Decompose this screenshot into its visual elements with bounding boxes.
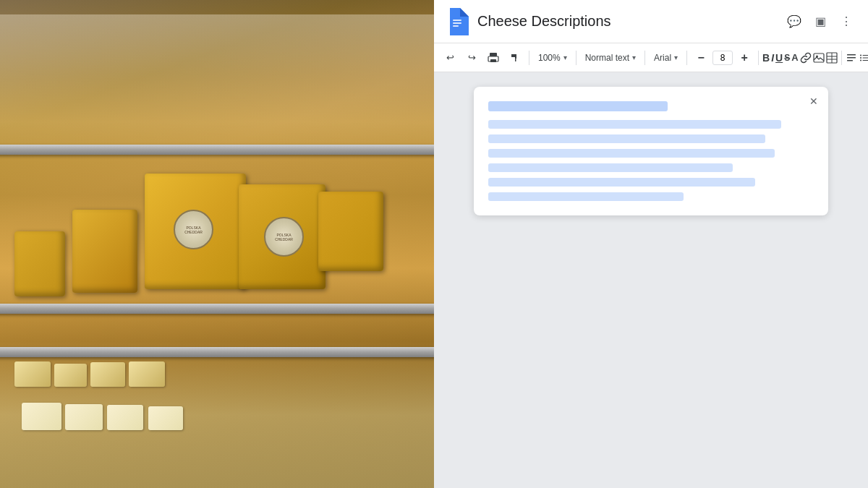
shelf-rail-middle bbox=[0, 304, 434, 314]
document-area: ✕ bbox=[434, 72, 868, 488]
text-color-button[interactable]: A bbox=[791, 48, 798, 67]
svg-rect-21 bbox=[862, 60, 868, 61]
toolbar-divider-3 bbox=[644, 51, 645, 65]
cheese-label-2: POLSKACHEDDAR bbox=[264, 217, 304, 257]
suggestion-popup: ✕ bbox=[474, 87, 828, 215]
title-bar: Cheese Descriptions 💬 ▣ ⋮ bbox=[434, 0, 868, 43]
text-line-title bbox=[488, 101, 668, 111]
font-size-value[interactable]: 8 bbox=[712, 51, 733, 65]
svg-rect-1 bbox=[453, 22, 461, 24]
text-line-5 bbox=[488, 178, 755, 187]
font-size-increase[interactable]: + bbox=[734, 48, 754, 68]
text-line-4 bbox=[488, 163, 733, 172]
font-size-decrease[interactable]: − bbox=[691, 48, 711, 68]
svg-rect-6 bbox=[515, 59, 516, 61]
cheese-block-medium bbox=[72, 210, 137, 293]
popup-close-button[interactable]: ✕ bbox=[807, 94, 821, 108]
small-pkg-white-3 bbox=[107, 405, 143, 430]
top-shelf-items bbox=[0, 14, 434, 145]
text-line-3 bbox=[488, 149, 775, 158]
google-docs-icon bbox=[446, 8, 469, 35]
toolbar-divider-5 bbox=[758, 51, 759, 65]
small-pkg-1 bbox=[14, 361, 51, 387]
cheese-label: POLSKACHEDDAR bbox=[174, 210, 213, 249]
cheese-block-large-main: POLSKACHEDDAR bbox=[145, 174, 246, 289]
shelf-rail-top bbox=[0, 145, 434, 155]
small-pkg-white-2 bbox=[65, 404, 103, 430]
small-pkg-3 bbox=[90, 362, 125, 387]
align-button[interactable] bbox=[846, 48, 857, 67]
small-pkg-2 bbox=[54, 364, 87, 387]
undo-button[interactable]: ↩ bbox=[440, 48, 460, 68]
cheese-block-far-right bbox=[318, 192, 383, 271]
svg-rect-14 bbox=[847, 57, 856, 59]
toolbar: ↩ ↪ 100% ▾ Normal text ▾ Arial ▾ − 8 + bbox=[434, 43, 868, 72]
insert-image-button[interactable] bbox=[813, 48, 825, 67]
toolbar-divider-6 bbox=[841, 51, 842, 65]
cheese-photo-panel: POLSKACHEDDAR POLSKACHEDDAR bbox=[0, 0, 434, 488]
list-button[interactable] bbox=[859, 48, 868, 67]
text-line-2 bbox=[488, 134, 765, 143]
toolbar-divider-4 bbox=[686, 51, 687, 65]
svg-rect-3 bbox=[490, 53, 497, 56]
svg-point-17 bbox=[860, 57, 861, 59]
present-button[interactable]: ▣ bbox=[810, 12, 830, 32]
text-line-1 bbox=[488, 120, 781, 129]
cheese-block-small-left bbox=[14, 231, 65, 296]
svg-rect-15 bbox=[847, 60, 853, 61]
svg-rect-5 bbox=[490, 59, 496, 62]
comment-button[interactable]: 💬 bbox=[784, 12, 804, 32]
svg-rect-13 bbox=[847, 54, 856, 56]
docs-panel: Cheese Descriptions 💬 ▣ ⋮ ↩ ↪ 100% ▾ Nor… bbox=[434, 0, 868, 488]
cheese-block-large-right: POLSKACHEDDAR bbox=[239, 184, 326, 289]
svg-point-16 bbox=[860, 54, 861, 56]
link-button[interactable] bbox=[800, 48, 812, 67]
print-button[interactable] bbox=[483, 48, 503, 68]
font-size-control: − 8 + bbox=[691, 48, 754, 68]
style-select[interactable]: Normal text ▾ bbox=[580, 48, 641, 67]
more-options-button[interactable]: ⋮ bbox=[836, 12, 856, 32]
bold-button[interactable]: B bbox=[762, 48, 770, 67]
toolbar-divider-2 bbox=[576, 51, 576, 65]
small-pkg-4 bbox=[129, 361, 165, 387]
insert-table-button[interactable] bbox=[826, 48, 838, 67]
svg-rect-20 bbox=[862, 57, 868, 58]
svg-rect-7 bbox=[814, 53, 824, 62]
zoom-select[interactable]: 100% ▾ bbox=[533, 48, 572, 67]
underline-button[interactable]: U bbox=[775, 48, 783, 67]
font-select[interactable]: Arial ▾ bbox=[649, 48, 683, 67]
toolbar-divider-1 bbox=[529, 51, 529, 65]
strikethrough-button[interactable]: S bbox=[784, 48, 790, 67]
text-line-6 bbox=[488, 192, 684, 201]
text-lines-container bbox=[488, 101, 814, 201]
svg-rect-2 bbox=[453, 25, 459, 27]
svg-point-18 bbox=[860, 59, 861, 61]
svg-rect-0 bbox=[453, 20, 461, 21]
small-pkg-white-1 bbox=[22, 403, 61, 430]
paint-format-button[interactable] bbox=[505, 48, 525, 68]
small-pkg-white-4 bbox=[148, 406, 183, 430]
document-title: Cheese Descriptions bbox=[477, 13, 775, 30]
redo-button[interactable]: ↪ bbox=[461, 48, 482, 68]
italic-button[interactable]: I bbox=[771, 48, 774, 67]
svg-rect-19 bbox=[862, 55, 868, 56]
shelf-rail-bottom bbox=[0, 347, 434, 357]
title-actions: 💬 ▣ ⋮ bbox=[784, 12, 856, 32]
